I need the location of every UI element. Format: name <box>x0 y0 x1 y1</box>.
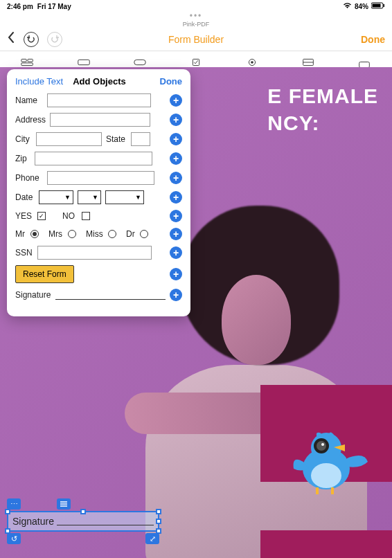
selected-element[interactable]: ⋯ Signature ↺ ⤢ <box>7 498 159 544</box>
selection-label: Signature <box>12 516 54 527</box>
svg-rect-2 <box>384 4 385 7</box>
add-yesno-button[interactable]: + <box>170 210 182 222</box>
status-date: Fri 17 May <box>37 3 71 10</box>
svg-rect-3 <box>21 59 26 62</box>
back-button[interactable] <box>7 31 15 47</box>
label-miss: Miss <box>86 229 104 239</box>
add-date-button[interactable]: + <box>170 191 182 204</box>
label-zip: Zip <box>15 154 30 163</box>
label-signature: Signature <box>15 290 51 300</box>
resize-handle[interactable] <box>5 509 10 514</box>
checkbox-yes[interactable]: ✓ <box>37 212 46 220</box>
redo-button[interactable] <box>47 32 62 47</box>
radio-dr[interactable] <box>140 230 148 238</box>
battery-icon <box>371 2 385 10</box>
add-phone-button[interactable]: + <box>170 172 182 184</box>
svg-rect-6 <box>78 60 90 64</box>
label-address: Address <box>15 115 46 125</box>
popover-done-button[interactable]: Done <box>160 76 183 87</box>
selection-menu-button[interactable]: ⋯ <box>7 498 21 510</box>
date-day-dropdown[interactable] <box>78 190 101 204</box>
signature-line <box>57 517 154 525</box>
input-zip[interactable] <box>35 152 152 165</box>
svg-point-10 <box>251 61 253 64</box>
label-state: State <box>106 134 127 144</box>
resize-handle[interactable] <box>5 528 10 534</box>
resize-handle[interactable] <box>80 509 86 514</box>
input-city[interactable] <box>36 132 102 146</box>
input-state[interactable] <box>131 132 150 146</box>
undo-button[interactable] <box>24 32 39 47</box>
svg-rect-19 <box>316 487 319 494</box>
selection-expand-button[interactable]: ⤢ <box>145 533 159 544</box>
label-name: Name <box>15 96 43 105</box>
reset-form-button[interactable]: Reset Form <box>15 265 74 283</box>
label-phone: Phone <box>15 173 43 183</box>
document-name: Pink-PDF <box>0 21 392 28</box>
input-name[interactable] <box>47 93 151 107</box>
wifi-icon <box>343 2 352 10</box>
resize-handle[interactable] <box>156 528 161 534</box>
hero-heading: E FEMALE NCY: <box>267 82 378 136</box>
label-city: City <box>15 134 32 144</box>
label-ssn: SSN <box>15 248 33 258</box>
tab-add-objects[interactable]: Add Objects <box>73 76 126 87</box>
svg-rect-1 <box>373 4 381 8</box>
status-battery: 84% <box>355 3 368 10</box>
checkbox-no[interactable] <box>82 212 90 220</box>
done-button[interactable]: Done <box>361 34 385 45</box>
resize-handle[interactable] <box>156 509 161 514</box>
add-ssn-button[interactable]: + <box>170 246 182 259</box>
status-time: 2:46 pm <box>7 3 33 10</box>
svg-point-14 <box>311 463 341 488</box>
signature-line-preview <box>55 290 166 300</box>
svg-point-17 <box>317 441 326 451</box>
label-yes: YES <box>15 211 33 221</box>
nav-bar: Form Builder Done <box>0 28 392 51</box>
radio-miss[interactable] <box>108 230 116 238</box>
input-phone[interactable] <box>47 171 154 185</box>
add-zip-button[interactable]: + <box>170 152 182 165</box>
label-dr: Dr <box>126 229 136 239</box>
bird-icon <box>288 424 371 503</box>
add-city-state-button[interactable]: + <box>170 133 182 145</box>
add-signature-button[interactable]: + <box>170 289 182 301</box>
date-year-dropdown[interactable] <box>105 190 144 204</box>
resize-handle[interactable] <box>156 519 161 524</box>
svg-rect-4 <box>28 59 33 62</box>
radio-mr[interactable] <box>30 230 39 238</box>
label-mrs: Mrs <box>48 229 64 239</box>
label-date: Date <box>15 192 35 202</box>
tab-include-text[interactable]: Include Text <box>15 76 63 87</box>
label-no: NO <box>62 211 78 221</box>
selection-rotate-button[interactable]: ↺ <box>7 533 21 544</box>
add-reset-button[interactable]: + <box>170 268 182 280</box>
input-address[interactable] <box>50 113 150 127</box>
add-name-button[interactable]: + <box>170 94 182 107</box>
selection-list-button[interactable] <box>57 498 71 510</box>
quick-start-popover: Include Text Add Objects Done Name + Add… <box>7 69 190 316</box>
add-title-button[interactable]: + <box>170 228 182 240</box>
svg-rect-20 <box>331 487 334 494</box>
date-month-dropdown[interactable] <box>39 190 73 204</box>
add-address-button[interactable]: + <box>170 114 182 126</box>
svg-rect-5 <box>21 62 33 65</box>
radio-mrs[interactable] <box>68 230 76 238</box>
label-mr: Mr <box>15 229 26 239</box>
input-ssn[interactable] <box>37 246 152 260</box>
svg-rect-7 <box>134 60 146 64</box>
svg-point-18 <box>321 443 324 446</box>
multitask-dots-icon[interactable]: ••• <box>0 11 392 21</box>
